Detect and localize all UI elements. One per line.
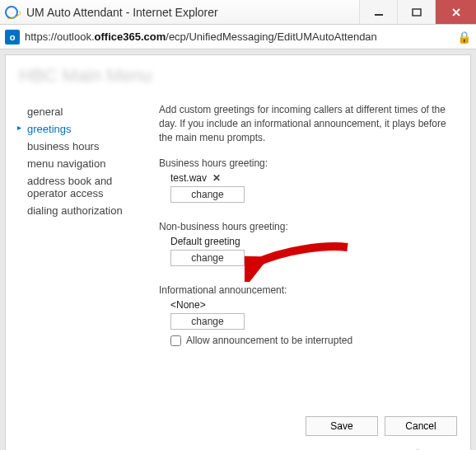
minimize-button[interactable] <box>359 0 397 24</box>
allow-interrupt-row[interactable]: Allow announcement to be interrupted <box>159 335 457 346</box>
svg-rect-1 <box>413 9 421 16</box>
informational-change-button[interactable]: change <box>170 313 245 330</box>
url-field[interactable]: https://outlook.office365.com/ecp/Unifie… <box>25 30 452 43</box>
page-title: HBC Main Menu <box>19 65 457 87</box>
sidebar-item-greetings[interactable]: greetings <box>19 120 142 138</box>
informational-file-row: <None> <box>159 299 457 311</box>
informational-file-name: <None> <box>170 299 206 311</box>
allow-interrupt-checkbox[interactable] <box>170 335 181 346</box>
window-controls <box>359 0 476 24</box>
business-file-row: test.wav ✕ <box>159 172 457 184</box>
ie-icon <box>5 6 18 19</box>
save-button[interactable]: Save <box>306 416 378 436</box>
business-change-button[interactable]: change <box>170 186 245 203</box>
sidebar-item-address-book[interactable]: address book and operator access <box>19 172 142 202</box>
lock-icon: 🔒 <box>457 30 471 44</box>
nonbusiness-change-button[interactable]: change <box>170 250 245 266</box>
url-host-pre: outlook. <box>57 30 95 43</box>
business-label: Business hours greeting: <box>159 157 457 169</box>
content: HBC Main Menu general greetings business… <box>5 54 471 450</box>
url-path: /ecp/UnifiedMessaging/EditUMAutoAttendan <box>166 30 377 43</box>
sidebar-item-dialing-authorization[interactable]: dialing authorization <box>19 202 142 219</box>
nonbusiness-file-name: Default greeting <box>170 236 240 247</box>
business-file-clear-icon[interactable]: ✕ <box>212 172 221 184</box>
intro-text: Add custom greetings for incoming caller… <box>159 103 457 144</box>
close-button[interactable] <box>435 0 476 24</box>
address-bar[interactable]: o https://outlook.office365.com/ecp/Unif… <box>0 25 476 49</box>
titlebar: UM Auto Attendant - Internet Explorer <box>0 0 476 25</box>
sidebar-item-business-hours[interactable]: business hours <box>19 138 142 155</box>
url-scheme: https:// <box>25 30 57 43</box>
nonbusiness-file-row: Default greeting <box>159 236 457 247</box>
url-host: office365.com <box>95 30 166 43</box>
nonbusiness-label: Non-business hours greeting: <box>159 221 457 232</box>
sidebar: general greetings business hours menu na… <box>19 103 142 346</box>
sidebar-item-general[interactable]: general <box>19 103 142 120</box>
outlook-icon: o <box>5 30 20 45</box>
footer-buttons: Save Cancel <box>306 416 457 436</box>
business-file-name: test.wav <box>170 172 207 184</box>
main-panel: Add custom greetings for incoming caller… <box>159 103 457 346</box>
cancel-button[interactable]: Cancel <box>385 416 457 436</box>
maximize-button[interactable] <box>397 0 435 24</box>
allow-interrupt-label: Allow announcement to be interrupted <box>186 335 352 346</box>
window-title: UM Auto Attendant - Internet Explorer <box>26 6 359 19</box>
informational-label: Informational announcement: <box>159 284 457 296</box>
sidebar-item-menu-navigation[interactable]: menu navigation <box>19 155 142 172</box>
